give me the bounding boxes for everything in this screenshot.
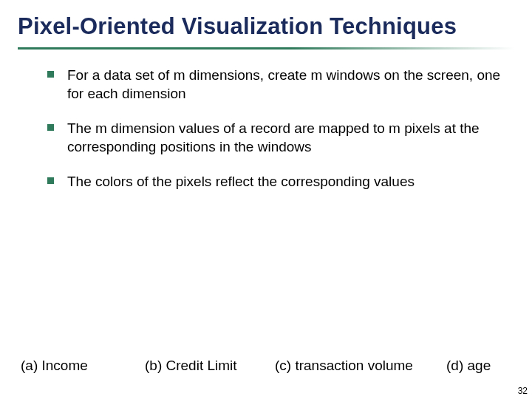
title-underline <box>18 47 514 50</box>
bullet-text: The m dimension values of a record are m… <box>67 119 502 156</box>
square-bullet-icon <box>47 177 54 184</box>
slide-title: Pixel-Oriented Visualization Techniques <box>0 0 532 40</box>
slide: Pixel-Oriented Visualization Techniques … <box>0 0 532 399</box>
bullet-item: The colors of the pixels reflect the cor… <box>47 172 502 191</box>
bullet-text: The colors of the pixels reflect the cor… <box>67 172 415 191</box>
caption-b: (b) Credit Limit <box>145 358 237 374</box>
bullet-item: The m dimension values of a record are m… <box>47 119 502 156</box>
bullet-list: For a data set of m dimensions, create m… <box>47 66 502 191</box>
bullet-text: For a data set of m dimensions, create m… <box>67 66 502 103</box>
caption-a: (a) Income <box>21 358 88 374</box>
square-bullet-icon <box>47 124 54 131</box>
caption-c: (c) transaction volume <box>275 358 413 374</box>
page-number: 32 <box>518 386 528 396</box>
square-bullet-icon <box>47 71 54 78</box>
bullet-item: For a data set of m dimensions, create m… <box>47 66 502 103</box>
caption-d: (d) age <box>446 358 491 374</box>
